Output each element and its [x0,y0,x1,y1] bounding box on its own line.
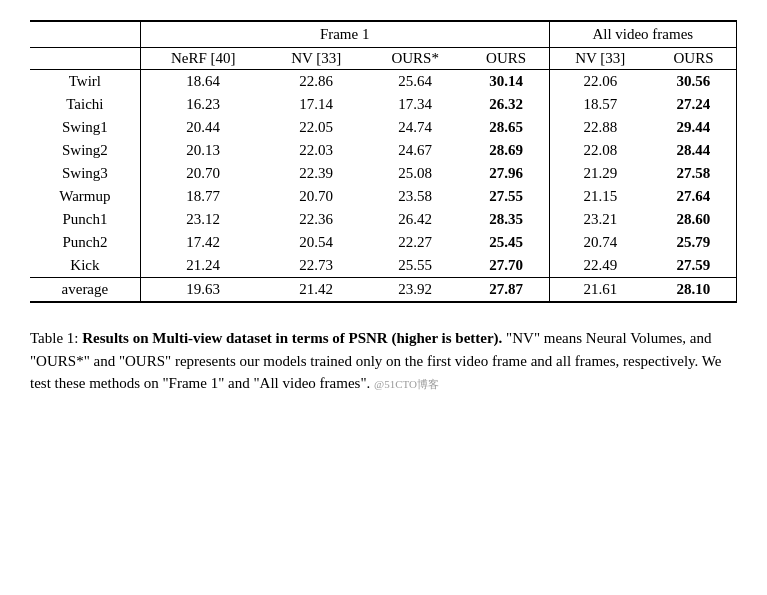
row-label-cell: Punch1 [30,208,140,231]
table-row: Warmup18.7720.7023.5827.5521.1527.64 [30,185,737,208]
row-label-cell: Swing2 [30,139,140,162]
nv33-all-cell: 21.15 [549,185,651,208]
avg-ours-f1-cell: 27.87 [464,278,549,303]
average-label-cell: average [30,278,140,303]
watermark: @51CTO博客 [374,378,439,390]
ours-f1-cell: 26.32 [464,93,549,116]
row-label-cell: Taichi [30,93,140,116]
nv33-all-cell: 18.57 [549,93,651,116]
ours-f1-cell: 27.96 [464,162,549,185]
ours-star-cell: 25.64 [367,70,464,94]
ours-f1-cell: 28.35 [464,208,549,231]
nerf-cell: 20.13 [140,139,265,162]
nv33-f1-cell: 22.03 [266,139,367,162]
nv33-all-cell: 22.49 [549,254,651,278]
row-label-cell: Swing3 [30,162,140,185]
frame1-group-header: Frame 1 [140,21,549,48]
nv33-f1-cell: 22.39 [266,162,367,185]
nv33-all-cell: 22.08 [549,139,651,162]
empty-header [30,21,140,48]
ours-star-cell: 23.58 [367,185,464,208]
table-row: Swing320.7022.3925.0827.9621.2927.58 [30,162,737,185]
nerf-cell: 20.44 [140,116,265,139]
table-row: Swing220.1322.0324.6728.6922.0828.44 [30,139,737,162]
ours-f1-cell: 28.65 [464,116,549,139]
table-row: Taichi16.2317.1417.3426.3218.5727.24 [30,93,737,116]
table-row: Punch123.1222.3626.4228.3523.2128.60 [30,208,737,231]
nv33-all-cell: 22.06 [549,70,651,94]
nv33-all-cell: 20.74 [549,231,651,254]
nv33-all-cell: 21.29 [549,162,651,185]
results-table-container: Frame 1 All video frames NeRF [40] NV [3… [30,20,737,303]
caption-bold-text: Results on Multi-view dataset in terms o… [82,330,502,346]
ours-all-cell: 27.24 [651,93,737,116]
caption-table-number: Table 1: [30,330,79,346]
nerf-cell: 18.64 [140,70,265,94]
row-label-cell: Punch2 [30,231,140,254]
ours-all-col-header: OURS [651,48,737,70]
ours-all-cell: 28.44 [651,139,737,162]
nv33-f1-col-header: NV [33] [266,48,367,70]
nv33-all-col-header: NV [33] [549,48,651,70]
ours-f1-cell: 30.14 [464,70,549,94]
ours-all-cell: 30.56 [651,70,737,94]
nerf-cell: 21.24 [140,254,265,278]
ours-star-col-header: OURS* [367,48,464,70]
table-row: Twirl18.6422.8625.6430.1422.0630.56 [30,70,737,94]
row-label-cell: Twirl [30,70,140,94]
allframes-group-header: All video frames [549,21,736,48]
ours-all-cell: 27.64 [651,185,737,208]
nv33-all-cell: 22.88 [549,116,651,139]
ours-star-cell: 25.55 [367,254,464,278]
results-table: Frame 1 All video frames NeRF [40] NV [3… [30,20,737,303]
nerf-cell: 20.70 [140,162,265,185]
row-label-cell: Swing1 [30,116,140,139]
nerf-cell: 17.42 [140,231,265,254]
ours-star-cell: 25.08 [367,162,464,185]
row-label-cell: Warmup [30,185,140,208]
ours-f1-cell: 27.55 [464,185,549,208]
nv33-f1-cell: 22.05 [266,116,367,139]
ours-all-cell: 25.79 [651,231,737,254]
nv33-f1-cell: 17.14 [266,93,367,116]
table-row: Punch217.4220.5422.2725.4520.7425.79 [30,231,737,254]
column-header-row: NeRF [40] NV [33] OURS* OURS NV [33] OUR… [30,48,737,70]
ours-star-cell: 24.74 [367,116,464,139]
nerf-cell: 23.12 [140,208,265,231]
nv33-f1-cell: 20.70 [266,185,367,208]
avg-ours-all-cell: 28.10 [651,278,737,303]
nv33-all-cell: 23.21 [549,208,651,231]
ours-f1-col-header: OURS [464,48,549,70]
row-label-col-header [30,48,140,70]
nv33-f1-cell: 22.36 [266,208,367,231]
ours-all-cell: 27.58 [651,162,737,185]
average-row: average19.6321.4223.9227.8721.6128.10 [30,278,737,303]
ours-f1-cell: 28.69 [464,139,549,162]
ours-all-cell: 29.44 [651,116,737,139]
ours-star-cell: 17.34 [367,93,464,116]
table-row: Kick21.2422.7325.5527.7022.4927.59 [30,254,737,278]
table-row: Swing120.4422.0524.7428.6522.8829.44 [30,116,737,139]
nv33-f1-cell: 20.54 [266,231,367,254]
ours-all-cell: 27.59 [651,254,737,278]
avg-nv33-all-cell: 21.61 [549,278,651,303]
avg-nv33-f1-cell: 21.42 [266,278,367,303]
row-label-cell: Kick [30,254,140,278]
ours-f1-cell: 27.70 [464,254,549,278]
table-body: Twirl18.6422.8625.6430.1422.0630.56Taich… [30,70,737,303]
ours-all-cell: 28.60 [651,208,737,231]
avg-ours-star-cell: 23.92 [367,278,464,303]
nerf-col-header: NeRF [40] [140,48,265,70]
nv33-f1-cell: 22.86 [266,70,367,94]
avg-nerf-cell: 19.63 [140,278,265,303]
nerf-cell: 16.23 [140,93,265,116]
column-group-header-row: Frame 1 All video frames [30,21,737,48]
nv33-f1-cell: 22.73 [266,254,367,278]
ours-star-cell: 22.27 [367,231,464,254]
ours-f1-cell: 25.45 [464,231,549,254]
nerf-cell: 18.77 [140,185,265,208]
table-caption: Table 1: Results on Multi-view dataset i… [30,327,737,395]
ours-star-cell: 24.67 [367,139,464,162]
ours-star-cell: 26.42 [367,208,464,231]
